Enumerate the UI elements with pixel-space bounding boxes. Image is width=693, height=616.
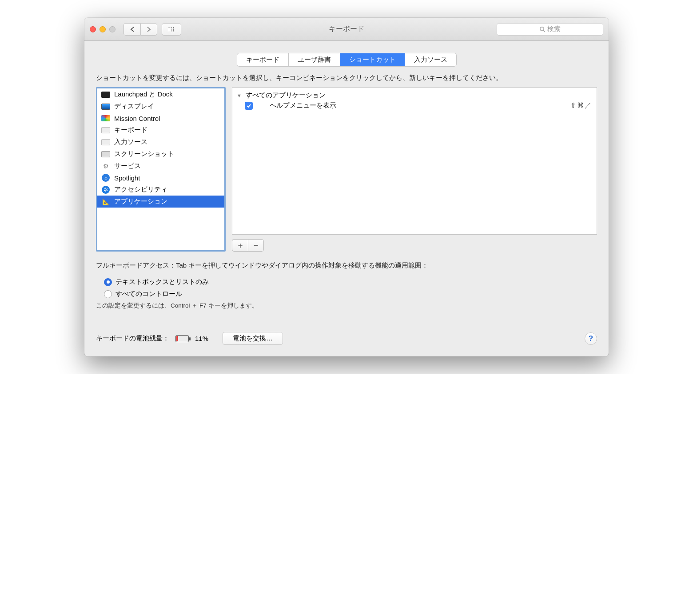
add-button[interactable]: ＋ bbox=[232, 239, 248, 252]
battery-percent: 11% bbox=[195, 335, 208, 342]
category-label: サービス bbox=[114, 162, 141, 170]
search-wrap: 検索 bbox=[497, 23, 603, 36]
tab-keyboard[interactable]: キーボード bbox=[237, 53, 289, 66]
category-launchpad-dock[interactable]: Launchpad と Dock bbox=[97, 88, 224, 100]
fka-hint: この設定を変更するには、Control ＋ F7 キーを押します。 bbox=[96, 302, 597, 310]
category-label: 入力ソース bbox=[114, 138, 147, 146]
shortcut-row[interactable]: ヘルプメニューを表示 ⇧⌘／ bbox=[237, 100, 592, 111]
minimize-button[interactable] bbox=[100, 26, 106, 32]
category-accessibility[interactable]: ✲ アクセシビリティ bbox=[97, 184, 224, 196]
help-button[interactable]: ? bbox=[585, 332, 597, 345]
category-label: Launchpad と Dock bbox=[114, 90, 173, 99]
category-services[interactable]: ⚙ サービス bbox=[97, 160, 224, 172]
instruction-text: ショートカットを変更するには、ショートカットを選択し、キーコンビネーションをクリ… bbox=[96, 72, 597, 83]
preferences-window: キーボード 検索 キーボード ユーザ辞書 ショートカット 入力ソース ショートカ… bbox=[84, 18, 609, 356]
footer: キーボードの電池残量： 11% 電池を交換… ? bbox=[84, 322, 609, 356]
category-spotlight[interactable]: ⌕ Spotlight bbox=[97, 172, 224, 184]
input-source-icon bbox=[101, 138, 111, 146]
category-label: アプリケーション bbox=[114, 197, 167, 206]
category-mission-control[interactable]: Mission Control bbox=[97, 112, 224, 124]
category-input-sources[interactable]: 入力ソース bbox=[97, 136, 224, 148]
radio-button[interactable] bbox=[104, 290, 112, 298]
category-screenshots[interactable]: スクリーンショット bbox=[97, 148, 224, 160]
tab-segmented: キーボード ユーザ辞書 ショートカット 入力ソース bbox=[237, 53, 456, 66]
search-input[interactable]: 検索 bbox=[497, 23, 603, 36]
radio-label: テキストボックスとリストのみ bbox=[116, 278, 209, 286]
detail-column: ▼ すべてのアプリケーション ヘルプメニューを表示 ⇧⌘／ ＋ − bbox=[232, 87, 597, 252]
mission-control-icon bbox=[101, 114, 111, 122]
applications-icon: 📐 bbox=[101, 198, 111, 206]
search-icon bbox=[539, 26, 546, 32]
svg-line-1 bbox=[543, 30, 545, 32]
svg-point-0 bbox=[540, 27, 544, 30]
fka-radio-group: テキストボックスとリストのみ すべてのコントロール bbox=[104, 278, 597, 298]
detail-group-label: すべてのアプリケーション bbox=[246, 91, 592, 100]
radio-button[interactable] bbox=[104, 278, 112, 286]
traffic-lights bbox=[90, 26, 116, 32]
display-icon bbox=[101, 103, 111, 111]
category-label: Spotlight bbox=[114, 174, 140, 182]
launchpad-icon bbox=[101, 91, 111, 99]
spotlight-icon: ⌕ bbox=[101, 174, 111, 182]
tab-bar: キーボード ユーザ辞書 ショートカット 入力ソース bbox=[84, 41, 609, 72]
panes: Launchpad と Dock ディスプレイ Mission Control … bbox=[96, 87, 597, 252]
category-label: Mission Control bbox=[114, 115, 160, 122]
radio-label: すべてのコントロール bbox=[116, 290, 182, 298]
back-button[interactable] bbox=[123, 23, 140, 36]
nav-buttons bbox=[123, 23, 157, 36]
category-keyboard[interactable]: キーボード bbox=[97, 124, 224, 136]
replace-battery-button[interactable]: 電池を交換… bbox=[223, 332, 283, 345]
content: ショートカットを変更するには、ショートカットを選択し、キーコンビネーションをクリ… bbox=[84, 72, 609, 322]
category-label: アクセシビリティ bbox=[114, 185, 167, 194]
accessibility-icon: ✲ bbox=[101, 186, 111, 194]
show-all-button[interactable] bbox=[162, 23, 181, 36]
fka-option-all-controls[interactable]: すべてのコントロール bbox=[104, 290, 597, 298]
battery-icon bbox=[175, 335, 189, 342]
screenshot-icon bbox=[101, 150, 111, 158]
tab-shortcuts[interactable]: ショートカット bbox=[340, 53, 405, 66]
shortcut-keys[interactable]: ⇧⌘／ bbox=[570, 101, 592, 110]
category-label: スクリーンショット bbox=[114, 150, 174, 158]
shortcut-label: ヘルプメニューを表示 bbox=[270, 101, 567, 110]
tab-user-dictionary[interactable]: ユーザ辞書 bbox=[289, 53, 340, 66]
fka-option-text-lists[interactable]: テキストボックスとリストのみ bbox=[104, 278, 597, 286]
keyboard-icon bbox=[101, 126, 111, 134]
close-button[interactable] bbox=[90, 26, 96, 32]
forward-button[interactable] bbox=[140, 23, 157, 36]
grid-icon bbox=[168, 27, 175, 32]
category-label: キーボード bbox=[114, 126, 147, 134]
shortcut-checkbox[interactable] bbox=[245, 102, 253, 110]
tab-input-sources[interactable]: 入力ソース bbox=[405, 53, 456, 66]
zoom-button[interactable] bbox=[109, 26, 116, 32]
titlebar: キーボード 検索 bbox=[84, 18, 609, 41]
remove-button[interactable]: − bbox=[248, 239, 264, 252]
search-placeholder: 検索 bbox=[547, 25, 561, 33]
detail-group-row[interactable]: ▼ すべてのアプリケーション bbox=[237, 90, 592, 100]
services-icon: ⚙ bbox=[101, 162, 111, 170]
battery-label: キーボードの電池残量： bbox=[96, 334, 169, 343]
category-applications[interactable]: 📐 アプリケーション bbox=[97, 196, 224, 208]
shortcut-detail-list[interactable]: ▼ すべてのアプリケーション ヘルプメニューを表示 ⇧⌘／ bbox=[232, 87, 597, 235]
category-display[interactable]: ディスプレイ bbox=[97, 100, 224, 112]
add-remove-buttons: ＋ − bbox=[232, 239, 597, 252]
check-icon bbox=[246, 103, 251, 108]
category-list[interactable]: Launchpad と Dock ディスプレイ Mission Control … bbox=[96, 87, 226, 252]
category-label: ディスプレイ bbox=[114, 102, 154, 111]
disclosure-triangle-icon[interactable]: ▼ bbox=[237, 93, 242, 98]
full-keyboard-access-text: フルキーボードアクセス：Tab キーを押してウインドウやダイアログ内の操作対象を… bbox=[96, 261, 597, 270]
